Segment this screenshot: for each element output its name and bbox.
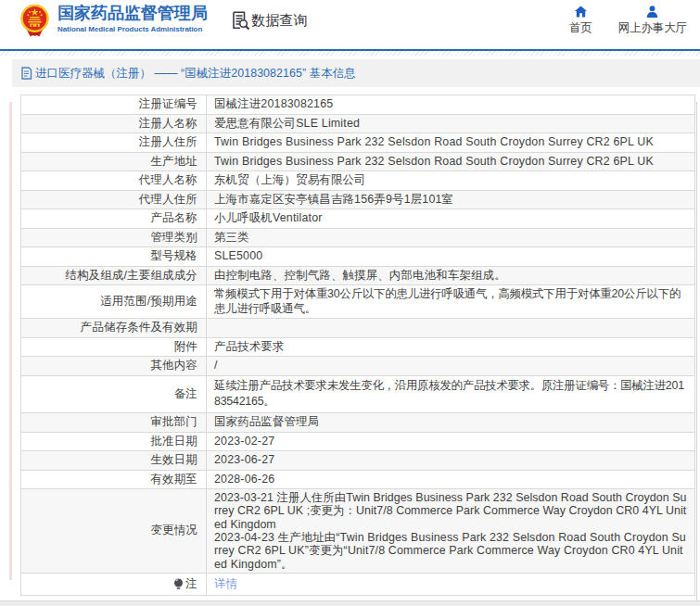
nav-home-label: 首页 bbox=[569, 22, 592, 34]
row-value: 爱思意有限公司SLE Limited bbox=[207, 114, 695, 133]
site-title: 国家药品监督管理局 bbox=[57, 5, 208, 22]
row-value: 第三类 bbox=[207, 228, 695, 247]
footer-band bbox=[0, 600, 700, 606]
home-icon bbox=[575, 6, 587, 18]
table-row: 型号规格 SLE5000 bbox=[21, 247, 695, 267]
lightbulb-icon bbox=[173, 578, 184, 589]
table-row: 产品储存条件及有效期 bbox=[21, 319, 695, 338]
page: 国家药品监督管理局 National Medical Products Admi… bbox=[0, 0, 700, 606]
national-emblem-logo bbox=[19, 3, 51, 38]
row-value: 上海市嘉定区安亭镇昌吉路156弄9号1层101室 bbox=[207, 190, 695, 209]
row-label: 注册证编号 bbox=[21, 95, 207, 115]
content-area: 注册证编号 国械注进20183082165 注册人名称 爱思意有限公司SLE L… bbox=[0, 95, 700, 596]
row-label: 适用范围/预期用途 bbox=[21, 285, 207, 319]
table-row: 结构及组成/主要组成成分 由控制电路、控制气路、触摸屏、内部电池和车架组成。 bbox=[21, 266, 695, 285]
row-value: 详情 bbox=[207, 573, 695, 596]
row-label: 变更情况 bbox=[21, 489, 207, 574]
row-label: 附件 bbox=[21, 337, 207, 357]
data-query-section: 数据查询 bbox=[231, 10, 308, 31]
row-label: 产品名称 bbox=[21, 209, 207, 229]
table-row: 批准日期 2023-02-27 bbox=[21, 432, 695, 451]
table-row: 生效日期 2023-06-27 bbox=[21, 451, 695, 471]
nav-service-hall-label: 网上办事大厅 bbox=[618, 22, 687, 34]
row-label: 其他内容 bbox=[21, 357, 207, 376]
table-row: 适用范围/预期用途 常频模式下用于对体重30公斤以下的患儿进行呼吸通气，高频模式… bbox=[21, 285, 695, 319]
row-value: / bbox=[207, 357, 695, 376]
table-row: 产品名称 小儿呼吸机Ventilator bbox=[21, 209, 695, 229]
row-value: Twin Bridges Business Park 232 Selsdon R… bbox=[207, 152, 695, 171]
row-value: Twin Bridges Business Park 232 Selsdon R… bbox=[207, 133, 695, 153]
row-label: 代理人住所 bbox=[21, 190, 207, 209]
table-row: 其他内容 / bbox=[21, 357, 695, 376]
data-query-label[interactable]: 数据查询 bbox=[251, 12, 308, 30]
row-label: 备注 bbox=[21, 375, 207, 413]
row-value: 2028-06-26 bbox=[207, 470, 695, 489]
row-label: 有效期至 bbox=[21, 470, 207, 489]
table-row: 注册证编号 国械注进20183082165 bbox=[21, 95, 695, 115]
row-value: 2023-03-21 注册人住所由Twin Bridges Business P… bbox=[207, 489, 695, 574]
row-value: 由控制电路、控制气路、触摸屏、内部电池和车架组成。 bbox=[207, 266, 695, 285]
row-label: 审批部门 bbox=[21, 413, 207, 433]
site-header: 国家药品监督管理局 National Medical Products Admi… bbox=[0, 0, 700, 49]
person-icon bbox=[646, 6, 658, 18]
row-value: 2023-02-27 bbox=[207, 432, 695, 451]
row-label: 注册人名称 bbox=[21, 114, 207, 133]
breadcrumb: 进口医疗器械（注册） —— “国械注进20183082165” 基本信息 bbox=[12, 59, 700, 87]
row-label: 生产地址 bbox=[21, 152, 207, 171]
row-label: 代理人名称 bbox=[21, 171, 207, 191]
row-value: SLE5000 bbox=[207, 247, 695, 267]
row-label: 型号规格 bbox=[21, 247, 207, 267]
row-value: 小儿呼吸机Ventilator bbox=[207, 209, 695, 229]
breadcrumb-text: 进口医疗器械（注册） —— “国械注进20183082165” 基本信息 bbox=[35, 66, 356, 82]
row-value: 延续注册产品技术要求未发生变化，沿用原核发的产品技术要求。原注册证编号：国械注进… bbox=[207, 375, 695, 413]
row-label: 注册人住所 bbox=[21, 133, 207, 153]
row-value: 常频模式下用于对体重30公斤以下的患儿进行呼吸通气，高频模式下用于对体重20公斤… bbox=[207, 285, 695, 319]
table-row: 代理人住所 上海市嘉定区安亭镇昌吉路156弄9号1层101室 bbox=[21, 190, 695, 209]
table-row: 有效期至 2028-06-26 bbox=[21, 470, 695, 489]
row-value bbox=[207, 319, 695, 338]
table-row: 注册人名称 爱思意有限公司SLE Limited bbox=[21, 114, 695, 133]
document-search-icon bbox=[231, 10, 250, 31]
table-row: 注 详情 bbox=[21, 573, 695, 596]
table-row: 附件 产品技术要求 bbox=[21, 337, 695, 357]
row-value: 产品技术要求 bbox=[207, 337, 695, 357]
row-value: 2023-06-27 bbox=[207, 451, 695, 471]
nav-home[interactable]: 首页 bbox=[569, 6, 592, 34]
row-value: 国家药品监督管理局 bbox=[207, 413, 695, 433]
header-nav: 首页 网上办事大厅 bbox=[569, 6, 687, 34]
registration-info-table: 注册证编号 国械注进20183082165 注册人名称 爱思意有限公司SLE L… bbox=[20, 95, 695, 596]
table-row: 变更情况 2023-03-21 注册人住所由Twin Bridges Busin… bbox=[21, 489, 695, 574]
site-title-block: 国家药品监督管理局 National Medical Products Admi… bbox=[57, 5, 208, 33]
row-label: 生效日期 bbox=[21, 451, 207, 471]
right-border-line bbox=[696, 102, 697, 603]
table-row: 代理人名称 东机贸（上海）贸易有限公司 bbox=[21, 171, 695, 191]
table-row: 审批部门 国家药品监督管理局 bbox=[21, 413, 695, 433]
table-row: 注册人住所 Twin Bridges Business Park 232 Sel… bbox=[21, 133, 695, 153]
value-paragraph: 2023-03-21 注册人住所由Twin Bridges Business P… bbox=[214, 491, 687, 531]
row-label: 管理类别 bbox=[21, 228, 207, 247]
row-label: 批准日期 bbox=[21, 432, 207, 451]
pink-accent-strip bbox=[9, 102, 12, 580]
row-label: 产品储存条件及有效期 bbox=[21, 319, 207, 338]
table-row: 备注 延续注册产品技术要求未发生变化，沿用原核发的产品技术要求。原注册证编号：国… bbox=[21, 375, 695, 413]
row-value: 国械注进20183082165 bbox=[207, 95, 695, 115]
info-table-body: 注册证编号 国械注进20183082165 注册人名称 爱思意有限公司SLE L… bbox=[21, 95, 695, 596]
nav-service-hall[interactable]: 网上办事大厅 bbox=[618, 6, 687, 34]
site-subtitle: National Medical Products Administration bbox=[57, 25, 208, 33]
table-row: 管理类别 第三类 bbox=[21, 228, 695, 247]
row-value: 东机贸（上海）贸易有限公司 bbox=[207, 171, 695, 191]
table-row: 生产地址 Twin Bridges Business Park 232 Sels… bbox=[21, 152, 695, 171]
detail-link[interactable]: 详情 bbox=[214, 577, 237, 590]
row-label: 结构及组成/主要组成成分 bbox=[21, 266, 207, 285]
row-label: 注 bbox=[21, 573, 207, 596]
document-icon bbox=[20, 67, 32, 80]
value-paragraph: 2023-04-23 生产地址由“Twin Bridges Business P… bbox=[214, 531, 687, 571]
